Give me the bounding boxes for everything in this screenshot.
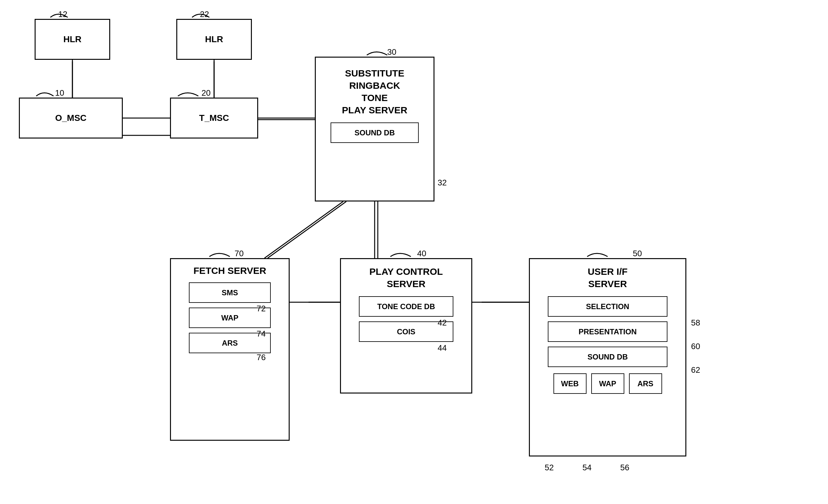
tone-code-db-box: TONE CODE DB (359, 296, 453, 317)
srts-label: SUBSTITUTE RINGBACK TONE PLAY SERVER (342, 67, 407, 116)
web-label: WEB (561, 379, 579, 388)
selection-ref: 58 (691, 318, 700, 328)
o-msc-label: O_MSC (55, 113, 87, 123)
o-msc-ref: 10 (55, 88, 64, 98)
svg-line-13 (264, 202, 343, 258)
play-control-label: PLAY CONTROL SERVER (369, 265, 443, 290)
user-if-ref: 50 (633, 249, 642, 258)
t-msc-ref: 20 (202, 88, 211, 98)
sound-db-user-box: SOUND DB (548, 347, 667, 367)
wap-user-box: WAP (591, 373, 624, 394)
ars-fetch-ref: 76 (257, 352, 266, 362)
wap-fetch-label: WAP (221, 313, 239, 322)
sound-db-srts-label: SOUND DB (355, 128, 395, 137)
sound-db-srts-box: SOUND DB (331, 122, 419, 143)
user-if-box: USER I/F SERVER SELECTION PRESENTATION S… (529, 258, 686, 457)
selection-label: SELECTION (586, 302, 629, 311)
presentation-label: PRESENTATION (579, 327, 636, 336)
o-msc-box: O_MSC (19, 97, 123, 138)
ars-user-ref: 56 (620, 463, 629, 472)
play-control-ref: 40 (417, 249, 426, 258)
fetch-server-label: FETCH SERVER (193, 265, 266, 276)
hlr1-box: HLR (35, 19, 110, 60)
sound-db-srts-ref: 32 (438, 178, 447, 187)
t-msc-box: T_MSC (170, 97, 258, 138)
sound-db-user-ref: 62 (691, 365, 700, 375)
web-box: WEB (553, 373, 586, 394)
web-ref: 52 (545, 463, 554, 472)
hlr1-label: HLR (63, 34, 82, 44)
fetch-server-box: FETCH SERVER SMS WAP ARS (170, 258, 290, 441)
hlr2-box: HLR (176, 19, 252, 60)
selection-box: SELECTION (548, 296, 667, 317)
cois-label: COIS (397, 327, 416, 336)
user-if-label: USER I/F SERVER (588, 265, 628, 290)
srts-box: SUBSTITUTE RINGBACK TONE PLAY SERVER SOU… (315, 57, 434, 202)
fetch-server-ref: 70 (235, 249, 244, 258)
hlr2-label: HLR (205, 34, 223, 44)
hlr2-ref: 22 (200, 9, 209, 19)
presentation-ref: 60 (691, 342, 700, 351)
sms-ref: 72 (257, 304, 266, 313)
wap-user-ref: 54 (582, 463, 591, 472)
sms-box: SMS (189, 282, 271, 303)
sound-db-user-label: SOUND DB (587, 352, 628, 362)
wap-user-label: WAP (599, 379, 616, 388)
diagram: HLR 12 O_MSC 10 HLR 22 T_MSC 20 SUBSTITU… (0, 0, 828, 504)
tone-code-db-ref: 42 (438, 318, 447, 328)
cois-ref: 44 (438, 343, 447, 353)
ars-user-label: ARS (637, 379, 654, 388)
ars-fetch-label: ARS (222, 339, 238, 347)
svg-line-5 (267, 202, 346, 258)
sms-label: SMS (222, 288, 238, 297)
play-control-box: PLAY CONTROL SERVER TONE CODE DB COIS (340, 258, 472, 393)
srts-ref: 30 (387, 47, 397, 57)
presentation-box: PRESENTATION (548, 322, 667, 342)
t-msc-label: T_MSC (199, 113, 229, 123)
ars-user-box: ARS (629, 373, 662, 394)
hlr1-ref: 12 (58, 9, 67, 19)
tone-code-db-label: TONE CODE DB (377, 302, 435, 311)
wap-fetch-ref: 74 (257, 329, 266, 339)
